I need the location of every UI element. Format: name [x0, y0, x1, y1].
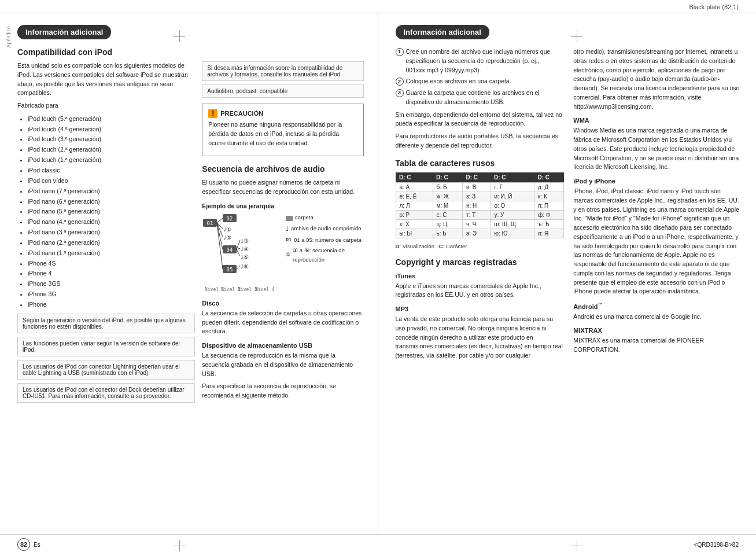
qrd-code: <QRD3198-B>82 [694, 542, 739, 548]
cell: з: З [462, 192, 491, 201]
warning-title: ! PRECAUCIÓN [208, 109, 357, 118]
left-column: Apéndice Información adicional Compatibi… [0, 13, 378, 534]
secuencia-text: El usuario no puede asignar números de c… [202, 178, 363, 197]
mp3-heading: MP3 [396, 306, 565, 312]
svg-text:♩①: ♩① [223, 226, 231, 233]
cell: с: С [433, 210, 462, 219]
trademark-tm: ™ [598, 302, 602, 307]
svg-text:04: 04 [227, 247, 233, 253]
hierarchy-diagram: 01 02 ♩① ♩② 04 [202, 213, 363, 294]
item-3-text: Guarde la carpeta que contiene los archi… [406, 89, 565, 107]
secuencia-heading: Secuencia de archivos de audio [202, 164, 363, 174]
ipod-iphone-text: iPhone, iPod, iPod classic, iPod nano y … [573, 187, 742, 296]
item-2-text: Coloque esos archivos en una carpeta. [406, 77, 511, 86]
cell: м: М [433, 201, 462, 210]
itunes-heading: iTunes [396, 273, 565, 279]
warning-box: ! PRECAUCIÓN Pioneer no asume ninguna re… [202, 104, 363, 156]
num-2: 2 [396, 78, 404, 86]
col-header-4: D: C [491, 172, 534, 183]
svg-text:♩③: ♩③ [240, 238, 249, 244]
list-item-1: 1 Cree un nombre del archivo que incluya… [396, 47, 565, 75]
crosshair-top-right [571, 31, 582, 42]
cell: ь: Ь [433, 229, 462, 238]
list-item: iPod nano (7.ª generación) [28, 186, 195, 197]
es-label: Es [34, 542, 40, 548]
compatibility-intro: Esta unidad solo es compatible con los s… [17, 61, 195, 98]
list-item-2: 2 Coloque esos archivos en una carpeta. [396, 77, 565, 86]
cell: я: Я [534, 229, 563, 238]
ipod-iphone-heading: iPod y iPhone [573, 178, 742, 185]
svg-text:♩④: ♩④ [240, 246, 249, 252]
cell: х: Х [396, 219, 433, 229]
left-section-title: Información adicional [17, 25, 111, 39]
table-note: D: Visualización C: Carácter [396, 243, 565, 249]
list-item: iPhone 4S [28, 259, 195, 269]
legend-number-text: 01 a 05: número de carpeta [294, 235, 362, 245]
list-item: iPhone 4 [28, 268, 195, 279]
svg-text:01: 01 [207, 220, 213, 226]
num-1: 1 [396, 48, 404, 56]
jerarquia-label: Ejemplo de una jerarquía [202, 203, 363, 209]
legend-container: carpeta ♩ archivo de audio comprimido 01… [286, 213, 363, 266]
col-header-5: D: C [534, 172, 563, 183]
more-info-box: Si desea más información sobre la compat… [202, 61, 363, 81]
dispositivo-text2: Para especificar la secuencia de reprodu… [202, 382, 363, 400]
svg-text:♩②: ♩② [223, 234, 231, 241]
reproductores-text: Para reproductores de audio portátiles U… [396, 132, 565, 150]
num-3: 3 [396, 89, 404, 97]
list-item: iPod touch (5.ª generación) [28, 114, 195, 124]
cell: ц: Ц [433, 219, 462, 229]
list-item: iPod nano (4.ª generación) [28, 217, 195, 227]
svg-text:05: 05 [227, 267, 233, 273]
disco-text: La secuencia de selección de carpetas u … [202, 309, 363, 336]
cell: д: Д [534, 182, 563, 192]
cell: ъ: Ъ [534, 219, 563, 229]
cell: б: Б [433, 182, 462, 192]
list-item: iPod con vídeo [28, 176, 195, 186]
right-section-title: Información adicional [396, 25, 489, 39]
disco-heading: Disco [202, 300, 363, 307]
list-item: iPhone [28, 300, 195, 310]
russian-table: D: C D: C D: C D: C D: C а: A б: Б в: В [396, 172, 565, 238]
cell: э: Э [462, 229, 491, 238]
list-item: iPod touch (1.ª generación) [28, 155, 195, 165]
list-item: iPod classic [28, 165, 195, 176]
svg-text:♩⑥: ♩⑥ [240, 263, 249, 270]
cell: к: К [534, 192, 563, 201]
page-content: Apéndice Información adicional Compatibi… [0, 13, 756, 534]
mp3-continued-text: otro medio), transmisiones/streaming por… [573, 47, 742, 111]
cell: п: П [534, 201, 563, 210]
svg-line-4 [217, 218, 223, 223]
svg-text:Nivel 3: Nivel 3 [238, 287, 257, 292]
cell: т: Т [462, 210, 491, 219]
itunes-text: Apple e iTunes son marcas comerciales de… [396, 282, 565, 300]
legend-sequence: ① ① a ⑥: secuencia de reproducción [286, 246, 363, 264]
table-row: х: Х ц: Ц ч: Ч ш: Ш, Щ ъ: Ъ [396, 219, 564, 229]
folder-icon [286, 216, 293, 221]
table-body: а: A б: Б в: В г: Г д: Д е: Е, Ё ж: Ж з:… [396, 182, 564, 238]
page-footer: 82 Es <QRD3198-B>82 [0, 534, 756, 552]
right-column: Información adicional 1 Cree un nombre d… [378, 13, 757, 534]
list-item: iPod touch (3.ª generación) [28, 134, 195, 145]
precaucion-label: PRECAUCIÓN [220, 110, 263, 117]
right-right-sub: otro medio), transmisiones/streaming por… [573, 47, 742, 364]
mp3-text: La venta de este producto solo otorga un… [396, 315, 565, 360]
list-item-3: 3 Guarde la carpeta que contiene los arc… [396, 89, 565, 107]
list-item: iPod nano (3.ª generación) [28, 227, 195, 238]
appendix-label: Apéndice [6, 26, 12, 48]
table-row: л: Л м: М н: Н о: О п: П [396, 201, 564, 210]
note1: Según la generación o versión del iPod, … [17, 314, 195, 333]
numbered-list: 1 Cree un nombre del archivo que incluya… [396, 47, 565, 107]
plate-info: Black plate (82,1) [689, 3, 739, 10]
crosshair-bottom-right [571, 540, 582, 551]
svg-text:♩⑤: ♩⑤ [240, 254, 249, 260]
col-header-2: D: C [433, 172, 462, 183]
list-item: iPod touch (2.ª generación) [28, 145, 195, 155]
col-header-1: D: C [396, 172, 433, 183]
tabla-heading: Tabla de caracteres rusos [396, 159, 565, 168]
table-row: р: Р с: С т: Т у: У ф: Ф [396, 210, 564, 219]
cell: р: Р [396, 210, 433, 219]
footer-left: 82 Es [17, 538, 40, 551]
legend-note-text: archivo de audio comprimido [291, 224, 361, 233]
right-upper-content: 1 Cree un nombre del archivo que incluya… [396, 47, 743, 364]
